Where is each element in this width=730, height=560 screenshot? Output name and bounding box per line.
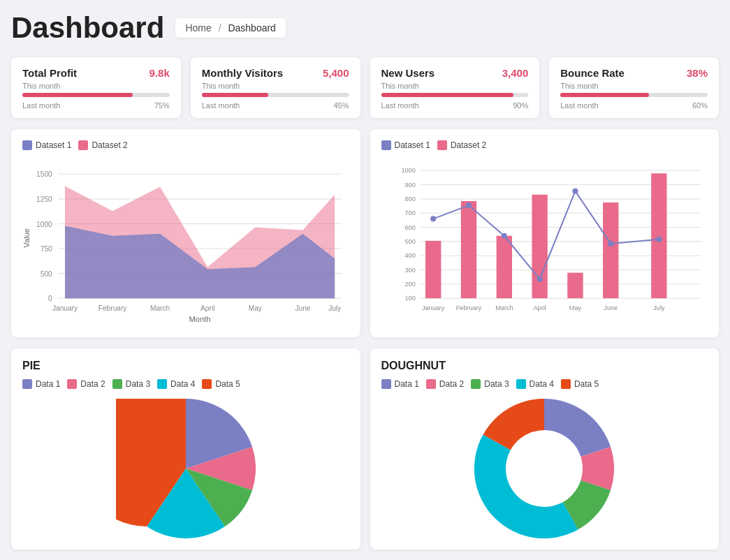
- legend-color: [561, 379, 571, 389]
- legend-item: Dataset 2: [437, 140, 486, 150]
- legend-color: [22, 140, 32, 150]
- svg-point-55: [608, 241, 613, 246]
- legend-item: Data 2: [426, 379, 464, 389]
- legend-label: Data 5: [574, 379, 599, 389]
- svg-text:750: 750: [41, 245, 52, 253]
- page-title: Dashboard: [11, 11, 164, 45]
- svg-text:300: 300: [404, 267, 415, 274]
- legend-label: Data 5: [215, 379, 240, 389]
- legend-label: Dataset 1: [36, 140, 71, 150]
- stat-value: 3,400: [502, 67, 529, 79]
- breadcrumb-home[interactable]: Home: [185, 22, 211, 34]
- svg-text:July: July: [328, 304, 342, 312]
- svg-text:Month: Month: [189, 315, 211, 323]
- stat-last-month-row: Last month 90%: [381, 101, 529, 110]
- stat-last-month-pct: 45%: [333, 101, 349, 110]
- legend-label: Data 2: [439, 379, 464, 389]
- svg-point-50: [430, 216, 436, 221]
- svg-rect-49: [651, 173, 666, 298]
- breadcrumb: Home / Dashboard: [175, 18, 286, 38]
- svg-text:500: 500: [41, 270, 52, 278]
- stat-last-month-row: Last month 45%: [202, 101, 349, 110]
- stat-this-month: This month: [381, 82, 529, 90]
- svg-text:June: June: [604, 304, 618, 311]
- stat-last-month-label: Last month: [202, 101, 240, 110]
- legend-label: Dataset 2: [451, 140, 486, 150]
- stat-last-month-row: Last month 75%: [22, 101, 170, 110]
- area-chart: 1500 1250 1000 750 500 0 Value January F…: [22, 160, 349, 316]
- stat-last-month-label: Last month: [22, 101, 60, 110]
- svg-text:June: June: [295, 304, 310, 312]
- stat-top-row: Total Profit 9.8k: [22, 67, 170, 79]
- legend-item: Dataset 1: [381, 140, 430, 150]
- progress-fill: [22, 93, 133, 97]
- svg-text:May: May: [249, 304, 263, 312]
- stat-value: 5,400: [323, 67, 349, 79]
- legend-label: Data 3: [126, 379, 150, 389]
- progress-fill: [560, 93, 648, 97]
- stat-top-row: Monthly Visitors 5,400: [202, 67, 349, 79]
- svg-text:February: February: [455, 304, 481, 311]
- svg-rect-46: [532, 195, 547, 298]
- svg-text:April: April: [200, 304, 214, 312]
- page-header: Dashboard Home / Dashboard: [11, 11, 719, 45]
- stat-value: 38%: [687, 67, 708, 79]
- legend-item: Data 2: [67, 379, 105, 389]
- svg-text:900: 900: [404, 182, 415, 189]
- svg-rect-45: [496, 236, 511, 298]
- svg-text:400: 400: [404, 252, 415, 259]
- stat-this-month: This month: [202, 82, 349, 90]
- svg-text:February: February: [98, 304, 128, 312]
- svg-text:1500: 1500: [36, 170, 52, 178]
- legend-item: Data 1: [381, 379, 419, 389]
- legend-color: [78, 140, 88, 150]
- svg-text:500: 500: [404, 238, 415, 245]
- doughnut-chart: [474, 399, 614, 538]
- stat-card-1: Monthly Visitors 5,400 This month Last m…: [191, 57, 360, 118]
- legend-item: Data 3: [112, 379, 150, 389]
- svg-text:March: March: [495, 304, 513, 311]
- chart-row: Dataset 1Dataset 2 1500 1250 1000 750 50…: [11, 129, 719, 337]
- pie-legend: Data 1Data 2Data 3Data 4Data 5: [22, 379, 349, 389]
- legend-item: Data 3: [471, 379, 509, 389]
- doughnut-chart-container: [381, 399, 708, 538]
- svg-rect-48: [603, 202, 618, 298]
- legend-label: Data 4: [530, 379, 554, 389]
- legend-label: Data 4: [170, 379, 195, 389]
- svg-rect-47: [567, 273, 583, 299]
- legend-item: Data 4: [157, 379, 195, 389]
- legend-label: Dataset 2: [92, 140, 127, 150]
- pie-chart: [116, 399, 256, 538]
- stat-this-month: This month: [22, 82, 170, 90]
- svg-point-54: [572, 189, 578, 194]
- stat-last-month-pct: 75%: [154, 101, 170, 110]
- progress-track: [560, 93, 708, 97]
- stat-card-3: Bounce Rate 38% This month Last month 60…: [549, 57, 719, 118]
- legend-color: [22, 379, 32, 389]
- legend-color: [437, 140, 447, 150]
- stat-label: New Users: [381, 67, 435, 79]
- legend-label: Data 1: [395, 379, 419, 389]
- stat-label: Bounce Rate: [560, 67, 625, 79]
- stat-label: Monthly Visitors: [202, 67, 283, 79]
- svg-text:May: May: [569, 304, 581, 311]
- svg-text:April: April: [533, 304, 546, 311]
- svg-text:Value: Value: [22, 228, 31, 248]
- legend-color: [202, 379, 212, 389]
- breadcrumb-sep: /: [219, 22, 221, 34]
- progress-track: [381, 93, 529, 97]
- legend-item: Data 1: [22, 379, 60, 389]
- stat-last-month-pct: 90%: [513, 101, 528, 110]
- legend-color: [426, 379, 436, 389]
- pie-title: PIE: [22, 360, 349, 372]
- stat-card-2: New Users 3,400 This month Last month 90…: [370, 57, 540, 118]
- svg-point-56: [656, 237, 662, 242]
- legend-item: Dataset 2: [78, 140, 127, 150]
- pie-chart-container: [22, 399, 349, 538]
- bar-chart-card: Dataset 1Dataset 2 1000 900 800 700 600 …: [370, 129, 720, 337]
- stat-row: Total Profit 9.8k This month Last month …: [11, 57, 719, 118]
- stat-label: Total Profit: [22, 67, 77, 79]
- legend-color: [67, 379, 77, 389]
- progress-fill: [202, 93, 268, 97]
- progress-track: [202, 93, 349, 97]
